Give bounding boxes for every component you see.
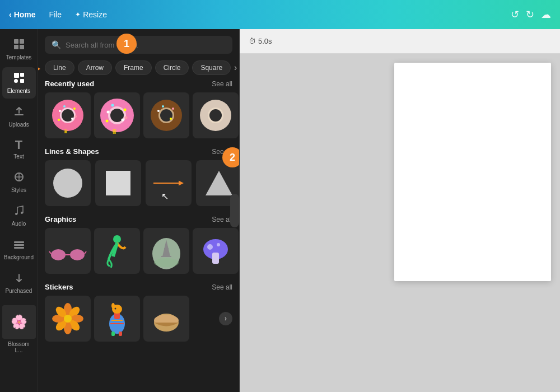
chip-square[interactable]: Square [192, 60, 231, 75]
svg-rect-14 [14, 247, 24, 249]
svg-rect-3 [20, 45, 24, 49]
graphic-item-4[interactable] [193, 228, 239, 274]
canvas-area: ⏱ 5.0s [240, 29, 560, 392]
redo-button[interactable]: ↻ [526, 8, 534, 21]
styles-label: Styles [11, 187, 26, 193]
svg-rect-59 [164, 248, 169, 250]
purchased-label: Purchased [6, 288, 32, 294]
svg-rect-13 [14, 244, 24, 246]
square-shape-svg [101, 166, 135, 200]
svg-marker-50 [179, 181, 184, 186]
section-header-stickers: Stickers See all [45, 283, 232, 291]
chip-arrow[interactable]: Arrow [78, 60, 112, 75]
stickers-next[interactable]: › [219, 312, 232, 325]
svg-point-35 [125, 116, 128, 119]
svg-point-65 [217, 243, 220, 246]
graphic-mushroom [196, 231, 235, 270]
canvas-topbar: ⏱ 5.0s [240, 29, 560, 54]
graphic-item-3[interactable] [143, 228, 189, 274]
svg-point-10 [15, 213, 17, 215]
sticker-bread [147, 299, 186, 338]
topbar: ‹ Home File ✦ Resize ↺ ↻ ☁ [0, 0, 560, 29]
styles-icon [13, 171, 25, 185]
sidebar-item-audio[interactable]: Audio [2, 200, 36, 231]
sticker-flower [48, 299, 87, 338]
section-graphics: Graphics See all [45, 215, 232, 274]
panel-scrollbar[interactable] [230, 194, 239, 227]
svg-point-22 [63, 105, 66, 108]
sidebar-item-background[interactable]: Background [2, 234, 36, 265]
graphics-see-all[interactable]: See all [212, 216, 232, 223]
svg-rect-2 [14, 45, 18, 49]
sticker-item-3[interactable] [143, 296, 189, 342]
sidebar-item-blossom[interactable]: 🌸 Blossom L... [2, 301, 36, 358]
search-input-wrap[interactable]: 🔍 [45, 36, 232, 54]
home-button[interactable]: ‹ Home [9, 10, 36, 19]
svg-point-61 [154, 258, 179, 267]
svg-point-40 [157, 110, 160, 112]
chip-frame[interactable]: Frame [115, 60, 152, 75]
recently-used-row: ♛ [45, 92, 232, 138]
sticker-item-2[interactable] [94, 296, 140, 342]
svg-point-31 [124, 109, 127, 111]
donut-item-4[interactable] [193, 92, 239, 138]
audio-icon [13, 204, 25, 218]
sidebar-item-styles[interactable]: Styles [2, 166, 36, 198]
svg-rect-82 [119, 332, 122, 336]
undo-button[interactable]: ↺ [511, 8, 519, 21]
background-icon [13, 238, 25, 252]
svg-rect-63 [212, 253, 219, 264]
recently-used-see-all[interactable]: See all [212, 80, 232, 88]
donut-item-2[interactable]: ♛ [94, 92, 140, 138]
cloud-button[interactable]: ☁ [541, 8, 551, 21]
lines-shapes-title: Lines & Shapes [45, 147, 99, 156]
chip-circle[interactable]: Circle [155, 60, 189, 75]
uploads-label: Uploads [8, 122, 29, 128]
sidebar-item-purchased[interactable]: Purchased [2, 267, 36, 298]
donut-item-1[interactable]: ♛ [45, 92, 91, 138]
sidebar-item-templates[interactable]: Templates [2, 34, 36, 65]
background-label: Background [4, 254, 34, 260]
stickers-see-all[interactable]: See all [212, 283, 232, 291]
shape-circle[interactable] [45, 160, 91, 206]
svg-point-30 [107, 111, 110, 114]
chips-more-button[interactable]: › [234, 63, 237, 73]
svg-line-56 [85, 251, 86, 254]
search-input[interactable] [66, 41, 226, 49]
chip-line[interactable]: Line [45, 60, 74, 75]
shape-arrow[interactable]: ↖ [146, 160, 192, 206]
filter-chips: Line Arrow Frame Circle Square › [38, 58, 239, 80]
sticker-item-1[interactable] [45, 296, 91, 342]
sidebar-item-text[interactable]: T Text [2, 134, 36, 164]
sidebar-item-uploads[interactable]: Uploads [2, 101, 36, 132]
svg-rect-5 [20, 73, 24, 77]
graphic-item-2[interactable] [94, 228, 140, 274]
white-canvas[interactable] [394, 63, 551, 281]
svg-rect-48 [106, 171, 130, 195]
svg-point-43 [170, 118, 172, 120]
file-menu[interactable]: File [49, 10, 62, 19]
svg-point-24 [58, 119, 60, 121]
graphic-item-1[interactable] [45, 228, 91, 274]
home-label: Home [14, 10, 36, 19]
svg-text:♛: ♛ [111, 128, 118, 136]
section-lines-shapes: Lines & Shapes See all 2 [45, 147, 232, 206]
resize-icon: ✦ [75, 11, 81, 18]
svg-point-23 [71, 118, 73, 120]
resize-button[interactable]: ✦ Resize [75, 10, 107, 19]
svg-point-42 [162, 105, 164, 108]
svg-rect-12 [14, 241, 24, 243]
graphic-dancer [97, 231, 137, 270]
svg-rect-4 [14, 73, 19, 78]
shape-square[interactable] [95, 160, 141, 206]
stickers-title: Stickers [45, 283, 73, 291]
timer-icon: ⏱ [249, 37, 256, 45]
donut-item-3[interactable] [143, 92, 189, 138]
donut-svg-3 [146, 95, 186, 136]
annotation-arrow-chips [38, 64, 40, 74]
svg-rect-1 [20, 39, 24, 44]
canvas-main[interactable] [240, 54, 560, 392]
svg-point-21 [73, 108, 76, 110]
arrow-shape-svg [152, 175, 185, 192]
sidebar-item-elements[interactable]: Elements [2, 67, 36, 99]
